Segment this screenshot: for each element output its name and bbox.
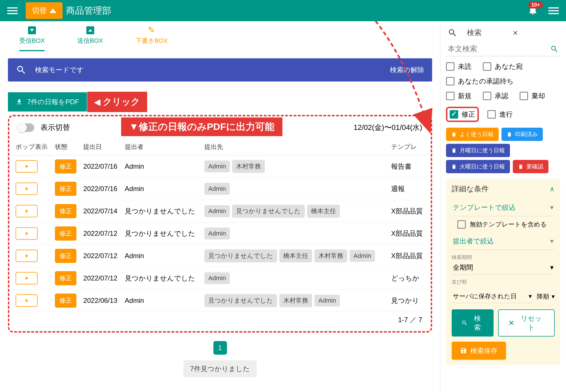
check-approval-wait[interactable]: あなたの承認待ち: [446, 77, 560, 86]
sort-field-select[interactable]: サーバに保存された日 ▾: [452, 290, 533, 303]
search-mode-bar: 検索モードです 検索の解除: [8, 58, 432, 82]
download-icon: [16, 98, 23, 105]
trash-icon: [518, 164, 524, 170]
clear-search-button[interactable]: 検索の解除: [390, 65, 424, 74]
hamburger-menu-icon[interactable]: [7, 5, 18, 16]
detail-panel-header[interactable]: 詳細な条件 ∧: [452, 184, 555, 194]
save-search-button[interactable]: 検索保存: [452, 342, 506, 360]
recipient-tag: 見つかりませんでした: [204, 249, 277, 262]
popup-play-button[interactable]: [16, 183, 38, 195]
sort-label: 並び順: [452, 279, 555, 285]
popup-play-button[interactable]: [16, 250, 38, 262]
popup-play-button[interactable]: [16, 227, 38, 240]
submitter-cell: Admin: [122, 290, 201, 312]
caret-down-icon: ▾: [550, 204, 554, 211]
tab-outbox[interactable]: 送信BOX: [77, 26, 103, 51]
detail-panel: 詳細な条件 ∧ テンプレートで絞込 ▾ 無効テンプレートを含める 提出者で絞込 …: [446, 179, 560, 365]
template-cell: X部品品質: [388, 222, 427, 245]
check-rejected[interactable]: 棄却: [520, 91, 545, 100]
draft-icon: [148, 26, 156, 34]
recipient-tag: 木村常務: [232, 160, 265, 173]
popup-play-button[interactable]: [16, 294, 38, 307]
table-row[interactable]: 修正 2022/06/13 Admin 見つかりませんでした木村常務Admin …: [13, 290, 427, 312]
caret-down-icon: ▾: [550, 237, 554, 245]
recipients-cell: Admin木村常務: [201, 155, 388, 178]
submitter-cell: Admin: [122, 245, 201, 267]
status-chip: 修正: [55, 271, 76, 285]
template-filter-select[interactable]: テンプレートで絞込 ▾: [452, 199, 555, 216]
col-date: 提出日: [80, 139, 122, 155]
col-submitter: 提出者: [122, 139, 201, 155]
search-icon: [461, 320, 468, 326]
reset-button[interactable]: ✕ リセット: [498, 309, 555, 337]
highlight-corrected: 修正: [446, 107, 479, 122]
tag-printed[interactable]: 印刷済み: [501, 128, 543, 141]
tab-inbox[interactable]: 受信BOX: [19, 26, 45, 51]
check-approved[interactable]: 承認: [483, 91, 508, 100]
date-cell: 2022/07/12: [80, 267, 122, 290]
date-cell: 2022/07/12: [80, 222, 122, 245]
check-to-you[interactable]: あなた宛: [483, 62, 523, 71]
trash-icon: [451, 132, 457, 137]
status-chip: 修正: [55, 159, 76, 173]
sidebar-top-search[interactable]: 検索 ×: [446, 25, 560, 40]
period-label: 検索期間: [452, 254, 555, 261]
export-pdf-button[interactable]: 7件の日報をPDF: [8, 92, 87, 112]
table-row[interactable]: 修正 2022/07/12 Admin 見つかりませんでした橋本主任木村常務Ad…: [13, 245, 427, 267]
recipient-tag: 見つかりませんでした: [204, 294, 277, 307]
page-number[interactable]: 1: [213, 341, 227, 355]
table-row[interactable]: 修正 2022/07/16 Admin Admin木村常務 報告書: [13, 155, 427, 178]
close-icon[interactable]: ×: [513, 28, 559, 38]
switch-button[interactable]: 切替: [26, 2, 63, 19]
recipient-tag: Admin: [204, 160, 230, 172]
notification-bell-icon[interactable]: 10+: [528, 5, 538, 17]
col-status: 状態: [52, 139, 80, 155]
app-header: 切替 商品管理部 10+: [0, 0, 566, 21]
sort-order-select[interactable]: 降順 ▾: [537, 292, 555, 301]
submitter-filter-select[interactable]: 提出者で絞込 ▾: [452, 233, 555, 250]
overflow-menu-icon[interactable]: [548, 5, 559, 16]
submitter-cell: Admin: [122, 155, 201, 178]
recipient-tag: 橋本主任: [279, 249, 312, 262]
recipient-tag: Admin: [314, 295, 340, 307]
period-select[interactable]: 全期間 ▾: [452, 261, 555, 275]
template-cell: X部品品質: [388, 245, 427, 267]
trash-icon: [451, 148, 457, 153]
template-cell: X部品品質: [388, 200, 427, 222]
tag-monday[interactable]: 月曜日に使う日報: [446, 144, 510, 157]
callout-click: クリック: [87, 92, 147, 112]
pager-info: 1-7 ／ 7: [13, 312, 427, 328]
chevron-up-icon: ∧: [550, 185, 555, 193]
recipients-cell: 見つかりませんでした木村常務Admin: [201, 290, 388, 312]
tag-frequent[interactable]: よく使う日報: [446, 128, 499, 141]
body-search-input[interactable]: [448, 44, 550, 53]
table-row[interactable]: 修正 2022/07/14 見つかりませんでした Admin見つかりませんでした…: [13, 200, 427, 222]
tag-needcheck[interactable]: 要確認: [513, 160, 548, 173]
caret-down-icon: ▾: [529, 293, 532, 300]
body-search[interactable]: [446, 42, 560, 56]
switch-label: 切替: [32, 6, 47, 16]
tab-draft[interactable]: 下書きBOX: [136, 26, 168, 51]
date-cell: 2022/07/12: [80, 245, 122, 267]
table-row[interactable]: 修正 2022/07/12 見つかりませんでした Admin どっちか: [13, 267, 427, 290]
check-progress[interactable]: 進行: [487, 110, 513, 119]
notification-badge: 10+: [528, 1, 543, 8]
caret-down-icon: ▾: [550, 264, 554, 271]
display-toggle[interactable]: [18, 123, 34, 132]
search-button[interactable]: 検索: [452, 309, 494, 337]
table-row[interactable]: 修正 2022/07/12 見つかりませんでした Admin X部品品質: [13, 222, 427, 245]
check-unread[interactable]: 未読: [446, 62, 471, 71]
filter-sidebar: 検索 × 未読 あなた宛 あなたの承認待ち 新規 承認 棄却 修正 進行 よく使…: [440, 21, 566, 392]
check-new[interactable]: 新規: [446, 91, 471, 100]
trash-icon: [451, 164, 457, 170]
table-row[interactable]: 修正 2022/07/16 Admin Admin 週報: [13, 178, 427, 200]
recipient-tag: 木村常務: [279, 294, 312, 307]
tag-tuesday[interactable]: 火曜日に使う日報: [446, 160, 510, 173]
popup-play-button[interactable]: [16, 160, 38, 173]
include-disabled-check[interactable]: 無効テンプレートを含める: [452, 216, 555, 233]
popup-play-button[interactable]: [16, 272, 38, 284]
popup-play-button[interactable]: [16, 205, 38, 217]
check-corrected[interactable]: 修正: [450, 110, 475, 119]
submitter-cell: 見つかりませんでした: [122, 200, 201, 222]
date-cell: 2022/07/14: [80, 200, 122, 222]
